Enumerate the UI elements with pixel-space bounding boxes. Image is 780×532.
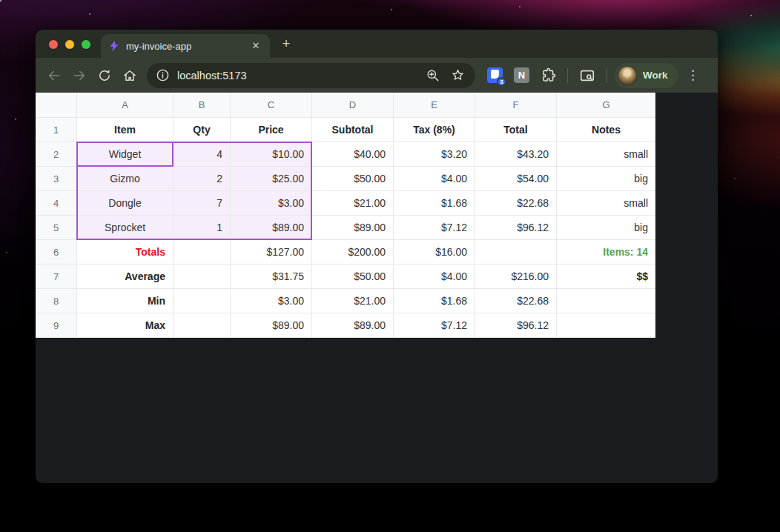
cell-b2[interactable]: 4	[173, 142, 231, 167]
cell-f6[interactable]	[475, 240, 557, 265]
notion-extension-icon[interactable]: N	[514, 67, 529, 83]
column-header-f[interactable]: F	[475, 93, 557, 118]
cell-a2[interactable]: Widget	[77, 142, 173, 167]
home-button[interactable]	[117, 63, 142, 88]
cell-a6[interactable]: Totals	[77, 240, 173, 265]
site-info-icon[interactable]	[156, 68, 170, 82]
cell-a1[interactable]: Item	[77, 118, 173, 142]
row-number-3[interactable]: 3	[36, 167, 77, 191]
cell-a7[interactable]: Average	[77, 265, 173, 289]
row-number-4[interactable]: 4	[36, 191, 77, 216]
close-window-button[interactable]	[49, 40, 58, 49]
new-tab-button[interactable]: +	[276, 34, 297, 55]
cell-d2[interactable]: $40.00	[312, 142, 394, 167]
cell-f2[interactable]: $43.20	[475, 142, 557, 167]
row-number-7[interactable]: 7	[36, 265, 77, 289]
cell-b1[interactable]: Qty	[173, 118, 231, 142]
cell-g9[interactable]	[557, 313, 655, 338]
cell-g1[interactable]: Notes	[557, 118, 655, 142]
cell-b9[interactable]	[173, 313, 231, 338]
maximize-window-button[interactable]	[82, 40, 90, 49]
cell-f8[interactable]: $22.68	[475, 289, 557, 313]
row-number-6[interactable]: 6	[36, 240, 77, 265]
cell-g6[interactable]: Items: 14	[557, 240, 655, 265]
bookmark-button[interactable]	[449, 67, 466, 84]
cell-c7[interactable]: $31.75	[231, 265, 312, 289]
cell-f7[interactable]: $216.00	[475, 265, 557, 289]
cell-g5[interactable]: big	[557, 216, 655, 240]
cell-g8[interactable]	[557, 289, 655, 313]
back-button[interactable]	[42, 63, 67, 88]
cell-e5[interactable]: $7.12	[394, 216, 475, 240]
cell-d6[interactable]: $200.00	[312, 240, 394, 265]
cell-e4[interactable]: $1.68	[394, 191, 475, 216]
cell-b4[interactable]: 7	[173, 191, 231, 216]
cell-b6[interactable]	[173, 240, 231, 265]
cell-d3[interactable]: $50.00	[312, 167, 394, 191]
cell-c1[interactable]: Price	[231, 118, 312, 142]
cell-f5[interactable]: $96.12	[475, 216, 557, 240]
cell-d1[interactable]: Subtotal	[312, 118, 394, 142]
cell-e8[interactable]: $1.68	[394, 289, 475, 313]
password-manager-extension-icon[interactable]: 3	[487, 67, 503, 83]
url-text[interactable]: localhost:5173	[177, 70, 416, 82]
cell-a4[interactable]: Dongle	[77, 191, 173, 216]
cell-d8[interactable]: $21.00	[312, 289, 394, 313]
cell-d4[interactable]: $21.00	[312, 191, 394, 216]
cell-c3[interactable]: $25.00	[231, 167, 312, 191]
cell-c4[interactable]: $3.00	[231, 191, 312, 216]
column-header-e[interactable]: E	[394, 93, 475, 118]
cell-d7[interactable]: $50.00	[312, 265, 394, 289]
cell-b8[interactable]	[173, 289, 231, 313]
cell-e2[interactable]: $3.20	[394, 142, 475, 167]
cell-e1[interactable]: Tax (8%)	[394, 118, 475, 142]
cell-c9[interactable]: $89.00	[231, 313, 312, 338]
zoom-level-button[interactable]	[423, 67, 441, 84]
cell-b3[interactable]: 2	[173, 167, 231, 191]
cell-d9[interactable]: $89.00	[312, 313, 394, 338]
row-number-8[interactable]: 8	[36, 289, 77, 313]
column-header-b[interactable]: B	[173, 93, 231, 118]
cell-f4[interactable]: $22.68	[475, 191, 557, 216]
cell-g3[interactable]: big	[557, 167, 655, 191]
cell-a8[interactable]: Min	[77, 289, 173, 313]
cell-c6[interactable]: $127.00	[231, 240, 312, 265]
cell-f1[interactable]: Total	[475, 118, 557, 142]
cell-c2[interactable]: $10.00	[231, 142, 312, 167]
extensions-puzzle-icon[interactable]	[541, 67, 556, 83]
profile-button[interactable]: Work	[615, 63, 678, 88]
browser-menu-button[interactable]: ⋮	[684, 67, 702, 83]
address-bar[interactable]: localhost:5173	[147, 63, 475, 88]
cell-e6[interactable]: $16.00	[394, 240, 475, 265]
column-header-a[interactable]: A	[77, 93, 173, 118]
column-header-d[interactable]: D	[312, 93, 394, 118]
browser-tab[interactable]: my-invoice-app ✕	[101, 34, 270, 58]
cell-d5[interactable]: $89.00	[312, 216, 394, 240]
row-number-1[interactable]: 1	[36, 118, 77, 142]
tab-close-icon[interactable]: ✕	[249, 39, 262, 53]
cell-a9[interactable]: Max	[77, 313, 173, 338]
row-number-2[interactable]: 2	[36, 142, 77, 167]
cell-e9[interactable]: $7.12	[394, 313, 475, 338]
cell-e3[interactable]: $4.00	[394, 167, 475, 191]
cell-g2[interactable]: small	[557, 142, 655, 167]
cell-a3[interactable]: Gizmo	[77, 167, 173, 191]
cell-g4[interactable]: small	[557, 191, 655, 216]
row-number-5[interactable]: 5	[36, 216, 77, 240]
forward-button[interactable]	[67, 63, 92, 88]
cell-b7[interactable]	[173, 265, 231, 289]
cell-e7[interactable]: $4.00	[394, 265, 475, 289]
side-search-icon[interactable]	[579, 67, 595, 84]
cell-f9[interactable]: $96.12	[475, 313, 557, 338]
cell-c8[interactable]: $3.00	[231, 289, 312, 313]
minimize-window-button[interactable]	[65, 40, 74, 49]
cell-b5[interactable]: 1	[173, 216, 231, 240]
cell-f3[interactable]: $54.00	[475, 167, 557, 191]
cell-c5[interactable]: $89.00	[231, 216, 312, 240]
column-header-c[interactable]: C	[231, 93, 312, 118]
corner-cell[interactable]	[36, 93, 77, 118]
column-header-g[interactable]: G	[557, 93, 655, 118]
cell-a5[interactable]: Sprocket	[77, 216, 173, 240]
row-number-9[interactable]: 9	[36, 313, 77, 338]
reload-button[interactable]	[92, 63, 117, 88]
